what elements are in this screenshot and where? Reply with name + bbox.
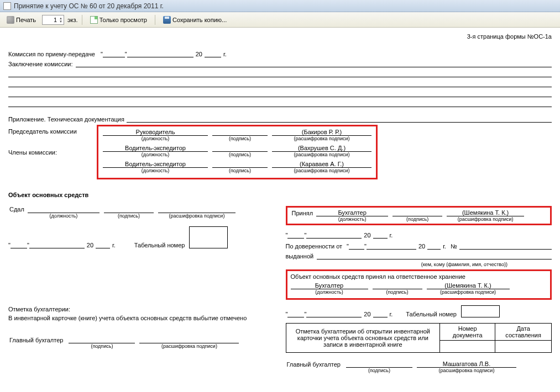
attorney-year [427, 242, 441, 250]
print-label: Печать [16, 17, 36, 23]
caption-position: (должность) [28, 213, 100, 219]
spinner-arrows[interactable]: ▲ ▼ [58, 17, 64, 23]
tab-number-box [189, 226, 228, 248]
signature-value [69, 337, 135, 343]
caption-signature: (подпись) [373, 289, 422, 295]
caption-position: (должность) [316, 216, 388, 223]
chairman-label: Председатель комиссии [8, 128, 97, 135]
toolbar-separator [155, 15, 155, 25]
date-day-field [287, 231, 304, 239]
tab-number-box [461, 305, 500, 317]
date-year-field [96, 241, 110, 248]
issued-caption: (кем, кому (фамилия, имя, отчество)) [286, 262, 552, 267]
commission-label: Комиссия по приему-передаче [8, 51, 95, 57]
chevron-down-icon[interactable]: ▼ [59, 20, 62, 23]
caption-signature: (подпись) [212, 136, 268, 142]
date-month-field [306, 231, 362, 239]
attorney-day [349, 242, 364, 250]
decrypt-value: (Вахрушев С. Д.) [272, 145, 371, 152]
year-prefix: 20 [364, 232, 370, 239]
caption-position: (должность) [103, 168, 208, 174]
year-g: г. [223, 51, 227, 57]
decrypt-value [139, 337, 239, 343]
left-column: Сдал (должность) (подпись) (расшифровка … [8, 206, 275, 349]
year-prefix: 20 [87, 242, 93, 248]
chief-acc-left: Главный бухгалтер (подпись) (расшифровка… [8, 337, 239, 349]
position-value: Водитель-экспедитор [103, 145, 208, 152]
rule [8, 80, 552, 87]
accepted-highlight: Принял Бухгалтер (Шемякина Т. К.) (должн… [286, 206, 552, 225]
commission-signatures-highlight: Руководитель (Бакиров Р. Р.) (должность)… [97, 125, 378, 179]
date-year-field [373, 231, 388, 239]
page-icon [90, 16, 98, 24]
num-sign: № [451, 243, 457, 250]
position-value: Бухгалтер [291, 282, 368, 289]
caption-decrypt: (расшифровка подписи) [447, 216, 524, 223]
acc-mark-left-1: Отметка бухгалтерии: [8, 306, 275, 312]
rule [8, 70, 552, 77]
copies-input[interactable] [43, 17, 58, 23]
object-section-title: Объект основных средств [8, 192, 552, 198]
signature-row-member: Водитель-экспедитор (Караваев А. Г.) (до… [103, 161, 371, 173]
right-date-line-2: "" 20 г. Табельный номер [286, 305, 552, 317]
caption-decrypt: (расшифровка подписи) [158, 213, 235, 219]
commission-date-line: Комиссия по приему-передаче "" 20 г. [8, 50, 552, 57]
copies-spinner[interactable]: ▲ ▼ [42, 15, 64, 25]
storage-title: Объект основных средств принял на ответс… [291, 273, 547, 280]
signature-value [346, 361, 412, 368]
date-month-field [29, 241, 85, 248]
left-date-line: "" 20 г. Табельный номер [8, 226, 275, 248]
tab-number-label: Табельный номер [406, 311, 457, 317]
preview-label: Только просмотр [100, 17, 147, 23]
attorney-month [367, 242, 416, 250]
print-button[interactable]: Печать [3, 14, 40, 25]
conclusion-line: Заключение комиссии: [8, 60, 552, 67]
year-prefix: 20 [364, 311, 370, 317]
position-value: Руководитель [103, 129, 208, 136]
gave-signature-row: Сдал (должность) (подпись) (расшифровка … [8, 206, 235, 219]
attachment-field [127, 115, 552, 123]
caption-position: (должность) [291, 289, 368, 295]
issued-label: выданной [286, 253, 314, 259]
caption-decrypt: (расшифровка подписи) [272, 136, 371, 142]
accounting-note-table: Отметка бухгалтерии об открытии инвентар… [286, 323, 552, 353]
year-g: г. [112, 242, 116, 248]
position-value: Водитель-экспедитор [103, 161, 208, 168]
toolbar-separator [82, 15, 82, 25]
chief-acc-label: Главный бухгалтер [8, 337, 69, 343]
preview-button[interactable]: Только просмотр [86, 14, 151, 25]
rule [8, 89, 552, 97]
window-title: Принятие к учету ОС № 60 от 20 декабря 2… [14, 2, 164, 10]
diskette-icon [163, 16, 171, 24]
attorney-line: По доверенности от "" 20 г. № [286, 242, 552, 250]
issued-line: выданной [286, 252, 552, 259]
decrypt-value: (Шемякина Т. К.) [447, 209, 524, 216]
members-label: Члены комиссии: [8, 149, 97, 156]
right-column: Принял Бухгалтер (Шемякина Т. К.) (должн… [286, 206, 552, 373]
year-g: г. [390, 311, 393, 317]
doc-num-cell [440, 341, 495, 353]
storage-highlight: Объект основных средств принял на ответс… [286, 269, 552, 300]
date-month-field [127, 50, 193, 57]
doc-num-header: Номер документа [440, 324, 495, 341]
window-titlebar: Принятие к учету ОС № 60 от 20 декабря 2… [0, 0, 560, 12]
decrypt-value: Машагатова Л.В. [417, 361, 516, 368]
save-copy-button[interactable]: Сохранить копию... [159, 14, 231, 25]
signature-value [212, 161, 268, 168]
chief-acc-label: Главный бухгалтер [286, 361, 346, 368]
chief-acc-right: Главный бухгалтер Машагатова Л.В. (подпи… [286, 361, 516, 373]
caption-signature: (подпись) [104, 213, 154, 219]
caption-signature: (подпись) [392, 216, 442, 223]
attachment-line: Приложение. Техническая документация [8, 115, 552, 123]
caption-signature: (подпись) [69, 343, 135, 349]
position-value: Бухгалтер [316, 209, 388, 216]
toolbar: Печать ▲ ▼ экз. Только просмотр Сохранит… [0, 12, 560, 28]
doc-date-cell [495, 341, 552, 353]
accepted-signature-row: Принял Бухгалтер (Шемякина Т. К.) (должн… [291, 209, 525, 222]
decrypt-value: (Бакиров Р. Р.) [272, 129, 371, 136]
copies-suffix: экз. [67, 17, 78, 23]
issued-field [317, 252, 552, 259]
caption-signature: (подпись) [212, 168, 268, 174]
year-prefix: 20 [196, 51, 202, 57]
two-column-block: Сдал (должность) (подпись) (расшифровка … [8, 206, 552, 373]
